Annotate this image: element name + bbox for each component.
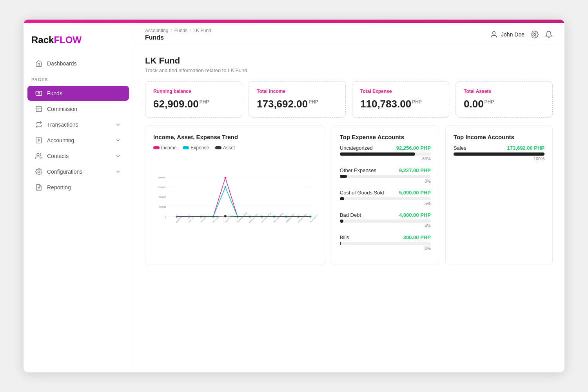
trend-chart-card: Income, Asset, Expense Trend Income Expe… [145,125,325,265]
sidebar-contacts-label: Contacts [47,153,69,159]
breadcrumb-funds[interactable]: Funds [174,28,187,33]
stat-running-balance-value: 62,909.00PHP [153,98,234,110]
top-accent-bar [24,20,564,23]
page-title: LK Fund [145,56,553,66]
svg-point-41 [224,177,226,179]
svg-text:November 2024: November 2024 [261,212,272,223]
user-icon [490,31,498,38]
svg-text:October 2024: October 2024 [249,214,258,223]
svg-point-14 [534,33,536,35]
svg-point-10 [38,171,40,173]
svg-text:160,000: 160,000 [158,176,166,179]
svg-text:September 2024: September 2024 [236,212,248,223]
sidebar-transactions-label: Transactions [47,122,78,128]
stat-total-expense: Total Expense 110,783.00PHP [352,81,449,118]
stat-total-assets-value: 0.00PHP [464,98,544,110]
svg-point-13 [493,31,495,34]
trend-chart-svg: 160,000 120,000 80,000 40,000 0 April 20… [153,157,317,247]
legend-income: Income [153,145,176,151]
pages-section-label: PAGES [24,74,133,85]
logo-rack: Rack [31,34,54,45]
contacts-icon [35,152,42,160]
charts-row: Income, Asset, Expense Trend Income Expe… [145,125,553,265]
sidebar-commission-label: Commission [47,106,77,112]
sidebar-item-accounting[interactable]: Accounting [27,133,129,148]
sidebar-item-reporting[interactable]: Reporting [27,180,129,195]
legend-expense: Expense [183,145,209,151]
top-income-title: Top Income Accounts [454,134,544,140]
home-icon [35,60,42,67]
commission-icon [35,105,42,113]
sidebar-item-funds[interactable]: Funds [27,86,129,101]
settings-icon[interactable] [531,31,539,38]
contacts-chevron-icon [115,153,121,159]
svg-text:December 2024: December 2024 [273,212,284,223]
sidebar-item-dashboards[interactable]: Dashboards [27,56,129,71]
breadcrumb-top: Accounting / Funds / LK Fund [145,28,211,33]
svg-rect-2 [36,106,42,112]
stat-total-income-label: Total Income [257,89,338,94]
configurations-chevron-icon [115,169,121,175]
stat-running-balance-label: Running balance [153,89,234,94]
sidebar-configurations-label: Configurations [47,169,82,175]
svg-point-53 [224,186,226,188]
expense-item-bills: Bills 300.00 PHP 0% [340,234,431,250]
sidebar-item-commission[interactable]: Commission [27,102,129,116]
svg-point-61 [224,215,227,217]
sidebar-reporting-label: Reporting [47,184,71,191]
accounting-icon [35,137,42,144]
bell-icon[interactable] [545,31,553,38]
svg-point-9 [37,153,39,156]
chart-legend: Income Expense Asset [153,145,317,151]
expense-item-other: Other Expenses 9,227.00 PHP 8% [340,167,431,183]
sidebar-item-contacts[interactable]: Contacts [27,149,129,163]
sidebar-item-configurations[interactable]: Configurations [27,164,129,179]
top-expense-title: Top Expense Accounts [340,134,431,140]
sidebar-item-transactions[interactable]: Transactions [27,117,129,132]
svg-rect-0 [36,91,42,96]
svg-text:0: 0 [165,216,167,218]
main-content: Accounting / Funds / LK Fund Funds John … [133,23,564,372]
breadcrumb-lkfund: LK Fund [193,28,211,33]
expense-item-baddebt: Bad Debt 4,000.00 PHP 4% [340,212,431,228]
svg-text:February 2025: February 2025 [297,213,307,223]
reporting-icon [35,184,42,191]
stat-total-expense-label: Total Expense [360,89,441,94]
stat-total-assets-label: Total Assets [464,89,544,94]
stat-total-expense-value: 110,783.00PHP [360,98,441,110]
top-expense-card: Top Expense Accounts Uncategorized 92,25… [332,125,439,265]
svg-point-63 [188,216,190,218]
svg-point-1 [38,93,40,94]
breadcrumb-container: Accounting / Funds / LK Fund Funds [145,28,211,41]
breadcrumb-accounting[interactable]: Accounting [145,28,168,33]
top-income-card: Top Income Accounts Sales 173,692.00 PHP… [445,125,553,265]
topbar: Accounting / Funds / LK Fund Funds John … [133,23,564,46]
configurations-icon [35,168,42,175]
stat-total-income-value: 173,692.00PHP [257,98,338,110]
transactions-chevron-icon [115,122,121,128]
stat-running-balance: Running balance 62,909.00PHP [145,81,242,118]
income-item-sales: Sales 173,692.00 PHP 100% [454,145,544,161]
page-content: LK Fund Track and find information relat… [133,46,564,372]
expense-item-cogs: Cost of Goods Sold 5,000.00 PHP 5% [340,190,431,206]
stat-total-income: Total Income 173,692.00PHP [249,81,346,118]
svg-text:40,000: 40,000 [159,206,167,208]
logo-flow: FLOW [54,34,82,45]
stats-row: Running balance 62,909.00PHP Total Incom… [145,81,553,118]
sidebar-dashboards-label: Dashboards [47,60,77,67]
legend-asset: Asset [215,145,235,151]
funds-icon [35,90,42,97]
accounting-chevron-icon [115,137,121,143]
svg-text:January 2025: January 2025 [285,214,294,223]
breadcrumb-current: Funds [145,34,211,41]
transactions-icon [35,121,42,128]
page-subtitle: Track and find information related to LK… [145,67,553,73]
svg-point-62 [176,216,178,218]
user-info: John Doe [490,31,524,38]
breadcrumb-sep2: / [190,28,191,33]
sidebar-accounting-label: Accounting [47,137,74,143]
stat-total-assets: Total Assets 0.00PHP [456,81,553,118]
svg-text:80,000: 80,000 [159,196,167,198]
sidebar-funds-label: Funds [47,90,62,96]
breadcrumb-sep1: / [171,28,172,33]
